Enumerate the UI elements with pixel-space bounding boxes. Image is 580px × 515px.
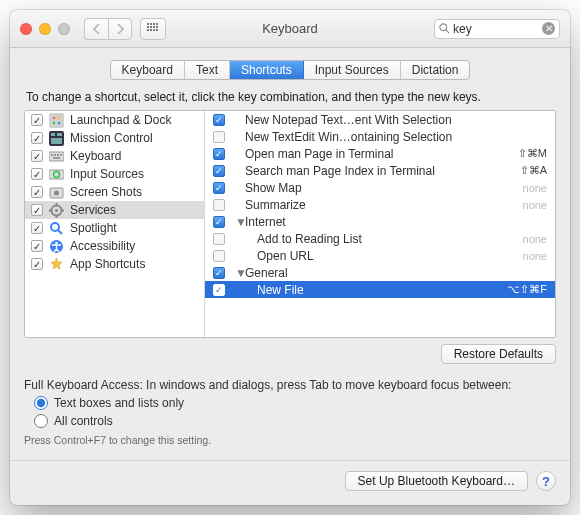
minimize-button[interactable] [39,23,51,35]
setup-bluetooth-button[interactable]: Set Up Bluetooth Keyboard… [345,471,528,491]
svg-line-28 [58,230,62,234]
category-checkbox[interactable] [31,222,43,234]
category-checkbox[interactable] [31,204,43,216]
shortcut-item[interactable]: New TextEdit Win…ontaining Selection [205,128,555,145]
grid-icon [147,23,159,35]
shortcut-item[interactable]: Open URLnone [205,247,555,264]
category-launchpad-dock[interactable]: Launchpad & Dock [25,111,204,129]
close-button[interactable] [20,23,32,35]
shortcut-checkbox[interactable] [213,250,225,262]
shortcut-item[interactable]: Search man Page Index in Terminal⇧⌘A [205,162,555,179]
shortcut-list[interactable]: New Notepad Text…ent With SelectionNew T… [205,111,555,337]
svg-point-27 [51,223,59,231]
svg-rect-15 [60,154,62,156]
fka-hint: Press Control+F7 to change this setting. [24,434,556,446]
tab-keyboard[interactable]: Keyboard [111,61,185,79]
shortcut-item[interactable]: Show Mapnone [205,179,555,196]
window-controls [20,23,70,35]
shortcut-item[interactable]: Add to Reading Listnone [205,230,555,247]
shortcut-keys[interactable]: ⇧⌘M [518,147,547,160]
category-keyboard[interactable]: Keyboard [25,147,204,165]
shortcut-item[interactable]: Summarizenone [205,196,555,213]
tab-shortcuts[interactable]: Shortcuts [230,61,304,79]
shortcut-label: Open man Page in Terminal [245,147,518,161]
titlebar: Keyboard ✕ [10,10,570,48]
svg-point-3 [53,116,55,118]
shortcut-item[interactable]: New Notepad Text…ent With Selection [205,111,555,128]
svg-rect-13 [54,154,56,156]
category-label: Accessibility [70,239,135,253]
shortcut-group[interactable]: ▼Internet [205,213,555,230]
nav-back-forward [84,18,132,40]
category-checkbox[interactable] [31,114,43,126]
restore-defaults-button[interactable]: Restore Defaults [441,344,556,364]
shortcut-keys[interactable]: none [523,182,547,194]
appshort-icon [49,257,64,272]
back-button[interactable] [84,18,108,40]
category-accessibility[interactable]: Accessibility [25,237,204,255]
shortcut-label: General [245,266,547,280]
preferences-window: Keyboard ✕ KeyboardTextShortcutsInput So… [10,10,570,505]
svg-rect-9 [57,133,62,136]
tab-input-sources[interactable]: Input Sources [304,61,401,79]
category-checkbox[interactable] [31,150,43,162]
shortcut-item[interactable]: New File⌥⇧⌘F [205,281,555,298]
shortcut-checkbox[interactable] [213,182,225,194]
category-services[interactable]: Services [25,201,204,219]
svg-rect-2 [49,113,64,128]
shortcut-keys[interactable]: none [523,250,547,262]
category-checkbox[interactable] [31,240,43,252]
category-checkbox[interactable] [31,132,43,144]
fka-option-textboxes[interactable]: Text boxes and lists only [34,396,556,410]
disclosure-triangle-icon: ▼ [235,266,243,280]
zoom-button[interactable] [58,23,70,35]
shortcut-checkbox[interactable] [213,216,225,228]
clear-search-button[interactable]: ✕ [542,22,555,35]
category-mission-control[interactable]: Mission Control [25,129,204,147]
shortcut-group[interactable]: ▼General [205,264,555,281]
category-label: Launchpad & Dock [70,113,171,127]
fka-option-all[interactable]: All controls [34,414,556,428]
show-all-button[interactable] [140,18,166,40]
shortcut-item[interactable]: Open man Page in Terminal⇧⌘M [205,145,555,162]
category-input-sources[interactable]: Input Sources [25,165,204,183]
spotlight-icon [49,221,64,236]
tab-dictation[interactable]: Dictation [401,61,470,79]
svg-point-0 [440,24,447,31]
svg-point-22 [55,209,58,212]
shortcut-checkbox[interactable] [213,233,225,245]
category-checkbox[interactable] [31,186,43,198]
shortcut-checkbox[interactable] [213,131,225,143]
help-button[interactable]: ? [536,471,556,491]
shortcut-checkbox[interactable] [213,165,225,177]
shortcut-checkbox[interactable] [213,199,225,211]
search-field-container: ✕ [434,19,560,39]
svg-rect-10 [51,138,62,144]
category-checkbox[interactable] [31,168,43,180]
shortcut-keys[interactable]: ⌥⇧⌘F [507,283,547,296]
tab-text[interactable]: Text [185,61,230,79]
shortcut-keys[interactable]: ⇧⌘A [520,164,547,177]
shortcut-checkbox[interactable] [213,148,225,160]
category-label: Input Sources [70,167,144,181]
shortcut-checkbox[interactable] [213,284,225,296]
category-label: Mission Control [70,131,153,145]
shortcut-keys[interactable]: none [523,199,547,211]
category-app-shortcuts[interactable]: App Shortcuts [25,255,204,273]
shortcut-checkbox[interactable] [213,114,225,126]
category-spotlight[interactable]: Spotlight [25,219,204,237]
svg-point-4 [58,116,60,118]
category-label: App Shortcuts [70,257,145,271]
svg-rect-11 [49,152,64,161]
category-list[interactable]: Launchpad & DockMission ControlKeyboardI… [25,111,205,337]
shortcut-checkbox[interactable] [213,267,225,279]
search-input[interactable] [450,22,542,36]
forward-button[interactable] [108,18,132,40]
shortcut-keys[interactable]: none [523,233,547,245]
shortcut-label: New Notepad Text…ent With Selection [245,113,547,127]
svg-rect-8 [51,133,55,136]
shortcut-label: Internet [245,215,547,229]
category-screen-shots[interactable]: Screen Shots [25,183,204,201]
svg-rect-12 [51,154,53,156]
category-checkbox[interactable] [31,258,43,270]
